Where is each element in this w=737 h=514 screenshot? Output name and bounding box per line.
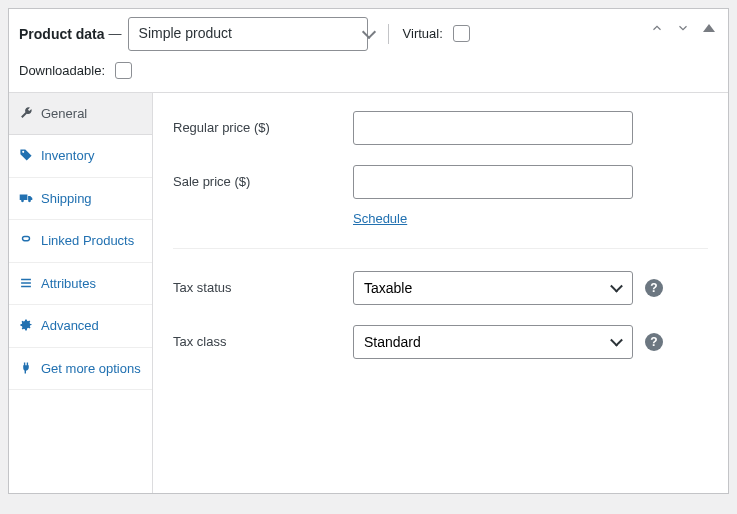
panel-header-controls xyxy=(648,19,718,37)
collapse-panel-icon[interactable] xyxy=(700,19,718,37)
panel-body: General Inventory Shipping Linked Produc… xyxy=(9,93,728,493)
tab-attributes[interactable]: Attributes xyxy=(9,263,152,306)
sale-price-input[interactable] xyxy=(353,165,633,199)
downloadable-checkbox[interactable] xyxy=(115,62,132,79)
tab-label: Linked Products xyxy=(41,232,134,250)
tax-status-select[interactable]: Taxable xyxy=(353,271,633,305)
product-type-select-wrap: Simple product xyxy=(128,17,386,51)
chevron-down-icon[interactable] xyxy=(674,19,692,37)
sale-price-label: Sale price ($) xyxy=(173,174,353,189)
truck-icon xyxy=(19,191,33,205)
tab-label: Inventory xyxy=(41,147,94,165)
tab-linked-products[interactable]: Linked Products xyxy=(9,220,152,263)
row-sale-price: Sale price ($) xyxy=(173,165,708,199)
help-icon[interactable]: ? xyxy=(645,279,663,297)
row-regular-price: Regular price ($) xyxy=(173,111,708,145)
wrench-icon xyxy=(19,106,33,120)
downloadable-row: Downloadable: xyxy=(19,59,718,82)
tab-label: Get more options xyxy=(41,360,141,378)
panel-header: Product data — Simple product Virtual: xyxy=(9,9,728,93)
tag-icon xyxy=(19,148,33,162)
tab-content-general: Regular price ($) Sale price ($) Schedul… xyxy=(153,93,728,493)
tax-class-label: Tax class xyxy=(173,334,353,349)
row-tax-status: Tax status Taxable ? xyxy=(173,271,708,305)
virtual-label-text: Virtual: xyxy=(403,26,443,41)
schedule-link[interactable]: Schedule xyxy=(353,211,407,226)
row-tax-class: Tax class Standard ? xyxy=(173,325,708,359)
tab-get-more-options[interactable]: Get more options xyxy=(9,348,152,391)
tab-label: Advanced xyxy=(41,317,99,335)
row-schedule: Schedule xyxy=(353,211,708,226)
product-data-panel: Product data — Simple product Virtual: xyxy=(8,8,729,494)
tab-inventory[interactable]: Inventory xyxy=(9,135,152,178)
regular-price-input[interactable] xyxy=(353,111,633,145)
gear-icon xyxy=(19,318,33,332)
panel-tabs: General Inventory Shipping Linked Produc… xyxy=(9,93,153,493)
downloadable-label[interactable]: Downloadable: xyxy=(19,59,135,82)
tab-general[interactable]: General xyxy=(9,93,152,136)
tab-label: Shipping xyxy=(41,190,92,208)
section-divider xyxy=(173,248,708,249)
tab-advanced[interactable]: Advanced xyxy=(9,305,152,348)
help-icon[interactable]: ? xyxy=(645,333,663,351)
list-icon xyxy=(19,276,33,290)
plug-icon xyxy=(19,361,33,375)
virtual-checkbox[interactable] xyxy=(453,25,470,42)
virtual-label[interactable]: Virtual: xyxy=(403,22,473,45)
title-separator: — xyxy=(109,26,122,41)
chevron-up-icon[interactable] xyxy=(648,19,666,37)
tab-label: Attributes xyxy=(41,275,96,293)
tax-status-select-wrap: Taxable xyxy=(353,271,633,305)
tax-status-label: Tax status xyxy=(173,280,353,295)
regular-price-label: Regular price ($) xyxy=(173,120,353,135)
product-type-select[interactable]: Simple product xyxy=(128,17,368,51)
vertical-separator xyxy=(388,24,389,44)
link-icon xyxy=(19,233,33,247)
tab-shipping[interactable]: Shipping xyxy=(9,178,152,221)
tax-class-select-wrap: Standard xyxy=(353,325,633,359)
tab-label: General xyxy=(41,105,87,123)
downloadable-label-text: Downloadable: xyxy=(19,63,105,78)
panel-title: Product data xyxy=(19,26,105,42)
tax-class-select[interactable]: Standard xyxy=(353,325,633,359)
